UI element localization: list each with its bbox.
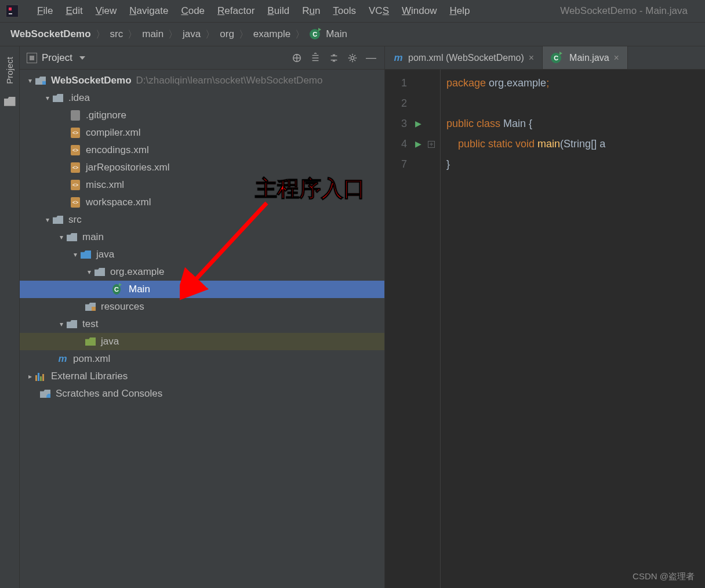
panel-settings-button[interactable] [346,52,359,64]
breadcrumb: WebSocketDemo 〉 src 〉 main 〉 java 〉 org … [0,22,705,46]
close-tab-icon[interactable]: × [529,53,534,63]
menu-refactor[interactable]: Refactor [212,3,260,19]
tree-test-folder[interactable]: ▾ test [20,315,384,333]
menu-edit[interactable]: Edit [60,3,88,19]
tree-label: test [82,318,98,330]
menu-navigate[interactable]: Navigate [123,3,174,19]
crumb-main[interactable]: main [142,28,163,40]
tree-test-java[interactable]: java [20,333,384,350]
source-folder-icon [80,249,92,260]
menu-file[interactable]: File [31,3,59,19]
crumb-class[interactable]: Main [326,28,347,40]
tree-label: workspace.xml [86,197,151,208]
expand-all-button[interactable] [309,52,322,64]
tree-src[interactable]: ▾ src [20,211,384,228]
code-content[interactable]: package org.example; public class Main {… [441,70,705,588]
tree-pom[interactable]: m pom.xml [20,350,384,368]
tree-misc-xml[interactable]: <> misc.xml [20,176,384,194]
menu-window[interactable]: Window [396,3,442,19]
line-number: 7 [385,154,407,175]
xml-file-icon: <> [70,127,81,139]
expand-arrow-icon[interactable]: ▾ [26,77,35,85]
expand-arrow-icon[interactable]: ▾ [57,233,66,241]
crumb-sep-icon: 〉 [168,28,178,41]
tree-encodings-xml[interactable]: <> encodings.xml [20,141,384,159]
maven-icon: m [57,353,68,365]
tree-label: java [101,336,119,347]
expand-arrow-icon[interactable]: ▸ [26,372,35,380]
project-panel-title[interactable]: Project [27,52,85,64]
maven-icon: m [393,53,404,63]
dropdown-arrow-icon [79,56,85,60]
tree-label: resources [101,301,144,313]
run-gutter-icon[interactable]: ▶ [415,114,428,134]
file-icon [70,110,81,121]
tree-resources[interactable]: resources [20,298,384,315]
folder-gutter-icon[interactable] [4,97,16,106]
tree-main-class[interactable]: Main [20,281,384,298]
menu-vcs[interactable]: VCS [363,3,395,19]
tree-external-libs[interactable]: ▸ External Libraries [20,368,384,385]
tree-compiler-xml[interactable]: <> compiler.xml [20,124,384,141]
tree-label: pom.xml [73,353,110,365]
editor-tab-pom[interactable]: m pom.xml (WebSocketDemo) × [385,46,543,69]
crumb-java[interactable]: java [183,28,201,40]
tree-jarrepos-xml[interactable]: <> jarRepositories.xml [20,159,384,176]
code-token: { [529,118,532,129]
tree-label: jarRepositories.xml [86,162,170,173]
line-number: 4 [385,134,407,154]
menu-tools[interactable]: Tools [327,3,362,19]
menu-code[interactable]: Code [175,3,210,19]
tree-gitignore[interactable]: .gitignore [20,107,384,124]
code-token: main [537,138,560,150]
crumb-sep-icon: 〉 [96,28,106,41]
project-tool-tab[interactable]: Project [2,52,17,89]
tree-package[interactable]: ▾ org.example [20,263,384,281]
project-panel: Project — ▾ WebSocketDemo D:\zhaoliqin\l… [20,46,385,588]
editor-body[interactable]: 1 2 3 4 7 ▶ ▶ + package org.example; pub… [385,70,705,588]
editor-tabs: m pom.xml (WebSocketDemo) × Main.java × [385,46,705,70]
expand-arrow-icon[interactable]: ▾ [43,94,52,102]
crumb-src[interactable]: src [110,28,123,40]
expand-arrow-icon[interactable]: ▾ [57,320,66,328]
tree-workspace-xml[interactable]: <> workspace.xml [20,194,384,211]
tree-label: misc.xml [86,179,124,191]
expand-arrow-icon[interactable]: ▾ [71,251,80,259]
crumb-example[interactable]: example [253,28,290,40]
tree-label: .idea [68,92,90,104]
expand-arrow-icon[interactable]: ▾ [85,268,94,276]
editor-tab-main[interactable]: Main.java × [543,46,628,69]
code-token: (String[] a [560,138,605,150]
tree-java-src[interactable]: ▾ java [20,246,384,263]
menu-build[interactable]: Build [261,3,295,19]
class-icon [551,53,561,63]
select-opened-file-button[interactable] [290,52,303,64]
menu-help[interactable]: Help [444,3,475,19]
crumb-root[interactable]: WebSocketDemo [10,28,91,40]
tree-root[interactable]: ▾ WebSocketDemo D:\zhaoliqin\learn\socke… [20,72,384,89]
crumb-org[interactable]: org [220,28,234,40]
tree-label: src [68,214,82,226]
hide-panel-button[interactable]: — [365,52,377,64]
expand-arrow-icon[interactable]: ▾ [43,216,52,224]
line-number: 2 [385,93,407,114]
close-tab-icon[interactable]: × [614,53,619,63]
code-token: org.example [486,77,546,89]
folder-icon [52,214,64,226]
run-gutter-icon[interactable]: ▶ [415,134,428,154]
xml-file-icon: <> [70,197,81,208]
menu-run[interactable]: Run [296,3,326,19]
tree-scratches[interactable]: Scratches and Consoles [20,385,384,402]
tree-label: Scratches and Consoles [56,388,162,400]
tree-main-folder[interactable]: ▾ main [20,228,384,246]
collapse-all-button[interactable] [328,52,340,64]
tree-idea[interactable]: ▾ .idea [20,89,384,107]
project-tree[interactable]: ▾ WebSocketDemo D:\zhaoliqin\learn\socke… [20,70,384,588]
module-icon [35,75,46,86]
menu-view[interactable]: View [90,3,123,19]
fold-icon[interactable]: + [428,141,435,148]
editor-area: m pom.xml (WebSocketDemo) × Main.java × … [385,46,705,588]
xml-file-icon: <> [70,162,81,173]
project-panel-title-text: Project [42,52,72,64]
code-token: package [446,77,486,89]
